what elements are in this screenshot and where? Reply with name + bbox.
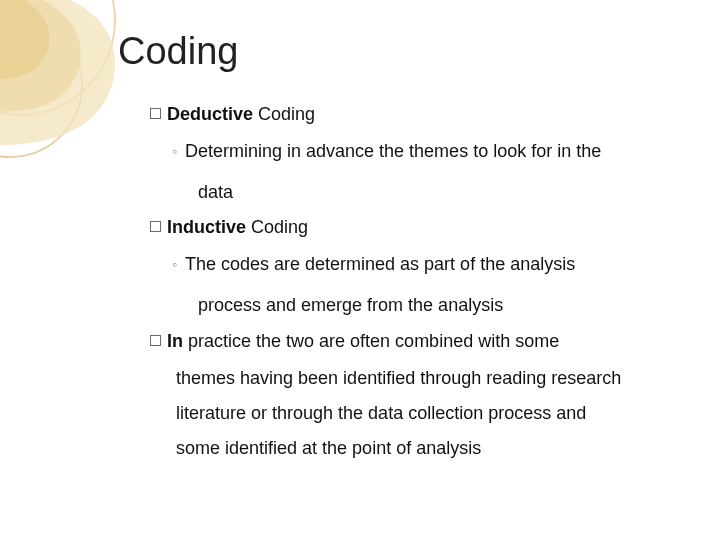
bullet-deductive: Deductive Coding [150, 97, 670, 132]
sub-continuation: process and emerge from the analysis [150, 288, 670, 323]
sub-bullet: ◦Determining in advance the themes to lo… [150, 134, 670, 169]
square-bullet-icon [150, 221, 161, 232]
slide: Coding Deductive Coding ◦Determining in … [0, 0, 720, 540]
sub-continuation: data [150, 175, 670, 210]
square-bullet-icon [150, 335, 161, 346]
bullet-continuation: themes having been identified through re… [150, 361, 670, 396]
bullet-text: Coding [253, 104, 315, 124]
slide-content: Deductive Coding ◦Determining in advance… [100, 97, 680, 466]
sub-text: Determining in advance the themes to loo… [185, 141, 601, 161]
slide-title: Coding [118, 30, 680, 73]
bullet-text: Coding [246, 217, 308, 237]
bullet-practice: In practice the two are often combined w… [150, 324, 670, 359]
circle-bullet-icon: ◦ [172, 138, 177, 165]
bullet-bold: Inductive [167, 217, 246, 237]
bullet-bold: In [167, 331, 183, 351]
bullet-bold: Deductive [167, 104, 253, 124]
sub-text: The codes are determined as part of the … [185, 254, 575, 274]
bullet-continuation: literature or through the data collectio… [150, 396, 670, 431]
bullet-continuation: some identified at the point of analysis [150, 431, 670, 466]
circle-bullet-icon: ◦ [172, 251, 177, 278]
square-bullet-icon [150, 108, 161, 119]
sub-bullet: ◦The codes are determined as part of the… [150, 247, 670, 282]
bullet-text: practice the two are often combined with… [183, 331, 559, 351]
bullet-inductive: Inductive Coding [150, 210, 670, 245]
